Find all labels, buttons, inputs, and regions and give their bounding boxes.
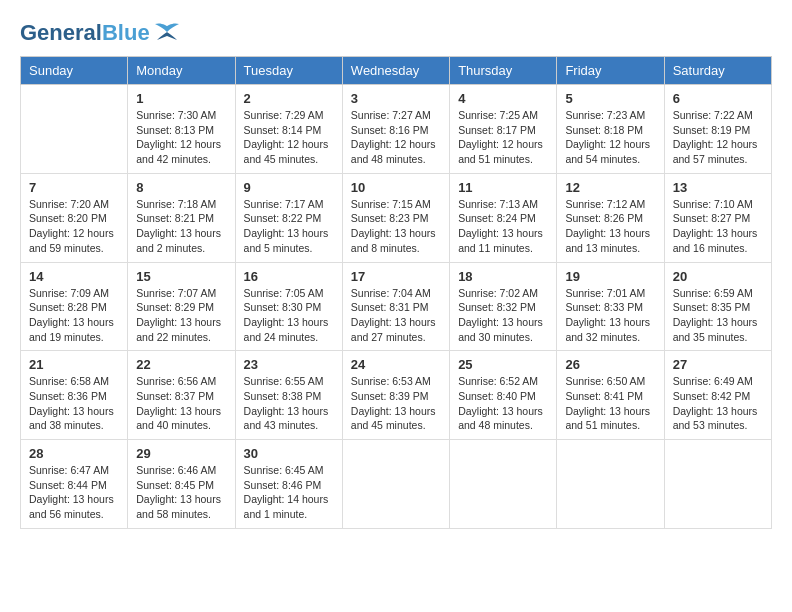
calendar-cell bbox=[342, 440, 449, 529]
day-number: 29 bbox=[136, 446, 226, 461]
day-of-week-header: Thursday bbox=[450, 57, 557, 85]
page-header: GeneralBlue bbox=[20, 20, 772, 46]
day-info: Sunrise: 6:53 AM Sunset: 8:39 PM Dayligh… bbox=[351, 374, 441, 433]
day-number: 26 bbox=[565, 357, 655, 372]
day-number: 24 bbox=[351, 357, 441, 372]
day-number: 27 bbox=[673, 357, 763, 372]
day-info: Sunrise: 7:05 AM Sunset: 8:30 PM Dayligh… bbox=[244, 286, 334, 345]
day-of-week-header: Saturday bbox=[664, 57, 771, 85]
calendar-cell bbox=[557, 440, 664, 529]
calendar-cell: 22Sunrise: 6:56 AM Sunset: 8:37 PM Dayli… bbox=[128, 351, 235, 440]
calendar-cell: 15Sunrise: 7:07 AM Sunset: 8:29 PM Dayli… bbox=[128, 262, 235, 351]
day-number: 20 bbox=[673, 269, 763, 284]
day-of-week-header: Sunday bbox=[21, 57, 128, 85]
day-info: Sunrise: 6:52 AM Sunset: 8:40 PM Dayligh… bbox=[458, 374, 548, 433]
day-info: Sunrise: 6:50 AM Sunset: 8:41 PM Dayligh… bbox=[565, 374, 655, 433]
day-info: Sunrise: 7:29 AM Sunset: 8:14 PM Dayligh… bbox=[244, 108, 334, 167]
day-info: Sunrise: 7:09 AM Sunset: 8:28 PM Dayligh… bbox=[29, 286, 119, 345]
day-info: Sunrise: 7:17 AM Sunset: 8:22 PM Dayligh… bbox=[244, 197, 334, 256]
day-number: 12 bbox=[565, 180, 655, 195]
calendar-cell: 14Sunrise: 7:09 AM Sunset: 8:28 PM Dayli… bbox=[21, 262, 128, 351]
day-info: Sunrise: 7:12 AM Sunset: 8:26 PM Dayligh… bbox=[565, 197, 655, 256]
day-number: 10 bbox=[351, 180, 441, 195]
day-number: 2 bbox=[244, 91, 334, 106]
day-info: Sunrise: 6:56 AM Sunset: 8:37 PM Dayligh… bbox=[136, 374, 226, 433]
calendar-cell: 1Sunrise: 7:30 AM Sunset: 8:13 PM Daylig… bbox=[128, 85, 235, 174]
calendar-cell: 3Sunrise: 7:27 AM Sunset: 8:16 PM Daylig… bbox=[342, 85, 449, 174]
day-number: 15 bbox=[136, 269, 226, 284]
day-info: Sunrise: 7:01 AM Sunset: 8:33 PM Dayligh… bbox=[565, 286, 655, 345]
day-of-week-header: Tuesday bbox=[235, 57, 342, 85]
calendar-cell: 23Sunrise: 6:55 AM Sunset: 8:38 PM Dayli… bbox=[235, 351, 342, 440]
calendar-cell: 6Sunrise: 7:22 AM Sunset: 8:19 PM Daylig… bbox=[664, 85, 771, 174]
day-number: 11 bbox=[458, 180, 548, 195]
day-number: 30 bbox=[244, 446, 334, 461]
calendar-cell: 9Sunrise: 7:17 AM Sunset: 8:22 PM Daylig… bbox=[235, 173, 342, 262]
calendar-cell: 13Sunrise: 7:10 AM Sunset: 8:27 PM Dayli… bbox=[664, 173, 771, 262]
calendar-cell: 17Sunrise: 7:04 AM Sunset: 8:31 PM Dayli… bbox=[342, 262, 449, 351]
day-number: 18 bbox=[458, 269, 548, 284]
calendar-week-row: 7Sunrise: 7:20 AM Sunset: 8:20 PM Daylig… bbox=[21, 173, 772, 262]
calendar-cell: 12Sunrise: 7:12 AM Sunset: 8:26 PM Dayli… bbox=[557, 173, 664, 262]
day-number: 23 bbox=[244, 357, 334, 372]
day-info: Sunrise: 7:22 AM Sunset: 8:19 PM Dayligh… bbox=[673, 108, 763, 167]
day-number: 6 bbox=[673, 91, 763, 106]
calendar-cell: 11Sunrise: 7:13 AM Sunset: 8:24 PM Dayli… bbox=[450, 173, 557, 262]
calendar-cell: 5Sunrise: 7:23 AM Sunset: 8:18 PM Daylig… bbox=[557, 85, 664, 174]
calendar-week-row: 21Sunrise: 6:58 AM Sunset: 8:36 PM Dayli… bbox=[21, 351, 772, 440]
day-info: Sunrise: 7:23 AM Sunset: 8:18 PM Dayligh… bbox=[565, 108, 655, 167]
day-info: Sunrise: 6:55 AM Sunset: 8:38 PM Dayligh… bbox=[244, 374, 334, 433]
calendar-week-row: 14Sunrise: 7:09 AM Sunset: 8:28 PM Dayli… bbox=[21, 262, 772, 351]
day-info: Sunrise: 7:27 AM Sunset: 8:16 PM Dayligh… bbox=[351, 108, 441, 167]
day-number: 1 bbox=[136, 91, 226, 106]
day-info: Sunrise: 6:59 AM Sunset: 8:35 PM Dayligh… bbox=[673, 286, 763, 345]
day-info: Sunrise: 7:13 AM Sunset: 8:24 PM Dayligh… bbox=[458, 197, 548, 256]
logo: GeneralBlue bbox=[20, 20, 181, 46]
day-info: Sunrise: 7:02 AM Sunset: 8:32 PM Dayligh… bbox=[458, 286, 548, 345]
calendar-week-row: 28Sunrise: 6:47 AM Sunset: 8:44 PM Dayli… bbox=[21, 440, 772, 529]
day-number: 7 bbox=[29, 180, 119, 195]
day-info: Sunrise: 7:15 AM Sunset: 8:23 PM Dayligh… bbox=[351, 197, 441, 256]
calendar-cell: 2Sunrise: 7:29 AM Sunset: 8:14 PM Daylig… bbox=[235, 85, 342, 174]
calendar-cell: 20Sunrise: 6:59 AM Sunset: 8:35 PM Dayli… bbox=[664, 262, 771, 351]
day-number: 28 bbox=[29, 446, 119, 461]
calendar-cell: 27Sunrise: 6:49 AM Sunset: 8:42 PM Dayli… bbox=[664, 351, 771, 440]
day-info: Sunrise: 7:10 AM Sunset: 8:27 PM Dayligh… bbox=[673, 197, 763, 256]
day-number: 21 bbox=[29, 357, 119, 372]
calendar-cell: 19Sunrise: 7:01 AM Sunset: 8:33 PM Dayli… bbox=[557, 262, 664, 351]
calendar-cell: 8Sunrise: 7:18 AM Sunset: 8:21 PM Daylig… bbox=[128, 173, 235, 262]
logo-text: GeneralBlue bbox=[20, 20, 150, 46]
calendar-cell: 29Sunrise: 6:46 AM Sunset: 8:45 PM Dayli… bbox=[128, 440, 235, 529]
day-of-week-header: Wednesday bbox=[342, 57, 449, 85]
calendar-cell: 4Sunrise: 7:25 AM Sunset: 8:17 PM Daylig… bbox=[450, 85, 557, 174]
day-info: Sunrise: 6:45 AM Sunset: 8:46 PM Dayligh… bbox=[244, 463, 334, 522]
day-number: 8 bbox=[136, 180, 226, 195]
day-info: Sunrise: 7:25 AM Sunset: 8:17 PM Dayligh… bbox=[458, 108, 548, 167]
day-number: 19 bbox=[565, 269, 655, 284]
day-of-week-header: Friday bbox=[557, 57, 664, 85]
calendar-cell: 28Sunrise: 6:47 AM Sunset: 8:44 PM Dayli… bbox=[21, 440, 128, 529]
day-info: Sunrise: 7:30 AM Sunset: 8:13 PM Dayligh… bbox=[136, 108, 226, 167]
calendar-cell: 26Sunrise: 6:50 AM Sunset: 8:41 PM Dayli… bbox=[557, 351, 664, 440]
day-number: 22 bbox=[136, 357, 226, 372]
day-info: Sunrise: 7:04 AM Sunset: 8:31 PM Dayligh… bbox=[351, 286, 441, 345]
calendar-cell: 16Sunrise: 7:05 AM Sunset: 8:30 PM Dayli… bbox=[235, 262, 342, 351]
calendar-cell bbox=[21, 85, 128, 174]
calendar-cell: 7Sunrise: 7:20 AM Sunset: 8:20 PM Daylig… bbox=[21, 173, 128, 262]
day-number: 9 bbox=[244, 180, 334, 195]
logo-bird-icon bbox=[153, 22, 181, 44]
calendar-cell: 24Sunrise: 6:53 AM Sunset: 8:39 PM Dayli… bbox=[342, 351, 449, 440]
day-number: 14 bbox=[29, 269, 119, 284]
calendar-table: SundayMondayTuesdayWednesdayThursdayFrid… bbox=[20, 56, 772, 529]
day-info: Sunrise: 7:20 AM Sunset: 8:20 PM Dayligh… bbox=[29, 197, 119, 256]
calendar-cell: 25Sunrise: 6:52 AM Sunset: 8:40 PM Dayli… bbox=[450, 351, 557, 440]
day-number: 17 bbox=[351, 269, 441, 284]
day-info: Sunrise: 6:47 AM Sunset: 8:44 PM Dayligh… bbox=[29, 463, 119, 522]
calendar-cell: 30Sunrise: 6:45 AM Sunset: 8:46 PM Dayli… bbox=[235, 440, 342, 529]
day-info: Sunrise: 7:07 AM Sunset: 8:29 PM Dayligh… bbox=[136, 286, 226, 345]
day-info: Sunrise: 6:58 AM Sunset: 8:36 PM Dayligh… bbox=[29, 374, 119, 433]
day-info: Sunrise: 7:18 AM Sunset: 8:21 PM Dayligh… bbox=[136, 197, 226, 256]
day-number: 4 bbox=[458, 91, 548, 106]
calendar-cell: 21Sunrise: 6:58 AM Sunset: 8:36 PM Dayli… bbox=[21, 351, 128, 440]
day-number: 5 bbox=[565, 91, 655, 106]
